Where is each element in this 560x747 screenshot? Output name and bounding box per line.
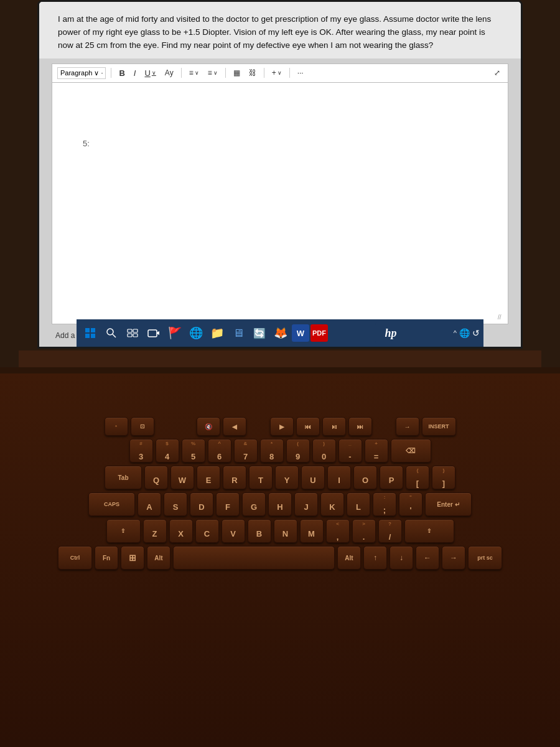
system-tray-up[interactable]: ^ — [454, 329, 457, 337]
key-j[interactable]: J — [294, 492, 318, 516]
key-quote[interactable]: "' — [399, 492, 422, 516]
italic-button[interactable]: I — [131, 67, 139, 79]
key-alt-left[interactable]: Alt — [147, 546, 170, 570]
key-m[interactable]: M — [300, 519, 324, 543]
paragraph-dropdown[interactable]: Paragraph ∨ · — [57, 67, 106, 79]
key-space[interactable] — [173, 546, 335, 570]
key-win[interactable]: ⊞ — [121, 546, 144, 570]
sync-taskbar-icon[interactable]: 🔄 — [250, 323, 269, 343]
key-s[interactable]: S — [164, 492, 187, 516]
firefox-taskbar-icon[interactable]: 🦊 — [271, 323, 291, 343]
key-5[interactable]: % 5 — [182, 439, 205, 463]
expand-button[interactable]: ⤢ — [492, 67, 503, 78]
key-c[interactable]: C — [195, 519, 219, 543]
key-3[interactable]: # 3 — [129, 439, 153, 463]
edge-browser-icon[interactable]: 🌐 — [186, 323, 206, 343]
key-tab[interactable]: Tab — [105, 466, 142, 489]
key-k[interactable]: K — [320, 492, 344, 516]
font-size-button[interactable]: Ay — [162, 67, 176, 78]
key-backspace[interactable]: ⌫ — [391, 439, 431, 463]
key-9[interactable]: ( 9 — [286, 439, 310, 463]
paragraph-label: Paragraph — [60, 69, 92, 77]
taskbar-refresh-icon[interactable]: ↺ — [472, 328, 480, 338]
key-lbracket[interactable]: {[ — [406, 466, 429, 489]
resize-handle[interactable]: // — [498, 314, 505, 321]
key-capslock[interactable]: CAPS — [88, 492, 135, 516]
more-button[interactable]: ··· — [295, 67, 306, 78]
align-center-button[interactable]: ≡∨ — [205, 67, 220, 78]
key-minus[interactable]: _ - — [338, 439, 362, 463]
key-i[interactable]: I — [327, 466, 351, 489]
key-vol-up[interactable]: ▶ — [270, 417, 294, 436]
key-insert[interactable]: INSERT — [422, 417, 456, 436]
network-icon[interactable]: 🌐 — [459, 328, 470, 338]
key-arrow-left[interactable]: ← — [416, 546, 439, 570]
key-semicolon[interactable]: :; — [373, 492, 396, 516]
task-view-button[interactable] — [123, 323, 142, 343]
pdf-taskbar-icon[interactable]: PDF — [310, 324, 328, 342]
start-button[interactable] — [80, 323, 100, 343]
key-g[interactable]: G — [242, 492, 266, 516]
key-a[interactable]: A — [138, 492, 161, 516]
key-arrow-right-bottom[interactable]: → — [442, 546, 465, 570]
key-screen[interactable]: ⊡ — [131, 417, 154, 436]
key-f[interactable]: F — [216, 492, 240, 516]
key-7[interactable]: & 7 — [234, 439, 258, 463]
key-n[interactable]: N — [274, 519, 297, 543]
key-alt-right[interactable]: Alt — [337, 546, 361, 570]
key-slash[interactable]: ?/ — [378, 519, 402, 543]
key-e[interactable]: E — [197, 466, 220, 489]
camera-taskbar-button[interactable] — [144, 323, 164, 343]
key-x[interactable]: X — [169, 519, 193, 543]
key-r[interactable]: R — [223, 466, 246, 489]
key-playpause[interactable]: ⏯ — [322, 417, 346, 436]
key-o[interactable]: O — [353, 466, 377, 489]
files-taskbar-icon[interactable]: 📁 — [207, 323, 227, 343]
key-equals[interactable]: + = — [365, 439, 388, 463]
key-rshift[interactable]: ⇧ — [404, 519, 454, 543]
key-ctrl-left[interactable]: Ctrl — [58, 546, 92, 570]
key-d[interactable]: D — [190, 492, 213, 516]
key-prev[interactable]: ⏮ — [296, 417, 320, 436]
key-4[interactable]: $ 4 — [156, 439, 179, 463]
search-taskbar-button[interactable] — [101, 323, 121, 343]
key-u[interactable]: U — [301, 466, 325, 489]
key-fn[interactable]: Fn — [95, 546, 118, 570]
bold-button[interactable]: B — [116, 67, 127, 79]
key-next[interactable]: ⏭ — [348, 417, 372, 436]
key-8[interactable]: * 8 — [260, 439, 284, 463]
key-h[interactable]: H — [268, 492, 292, 516]
underline-button[interactable]: U∨ — [142, 67, 158, 79]
key-period[interactable]: >. — [352, 519, 376, 543]
key-6[interactable]: ^ 6 — [208, 439, 231, 463]
word-taskbar-icon[interactable]: W — [292, 324, 309, 342]
key-asterisk[interactable]: * — [105, 417, 128, 436]
key-y[interactable]: Y — [275, 466, 299, 489]
key-vol-down[interactable]: 🔇 — [197, 417, 220, 436]
key-0[interactable]: ) 0 — [312, 439, 336, 463]
key-arrow-right[interactable]: → — [396, 417, 419, 436]
key-q[interactable]: Q — [144, 466, 168, 489]
flag-taskbar-icon[interactable]: 🚩 — [165, 323, 185, 343]
key-b[interactable]: B — [248, 519, 271, 543]
key-rbracket[interactable]: }] — [432, 466, 455, 489]
grid-button[interactable]: ▦ — [231, 67, 243, 78]
key-arrow-up[interactable]: ↑ — [363, 546, 387, 570]
key-z[interactable]: Z — [143, 519, 167, 543]
editor-body[interactable]: // — [52, 82, 508, 324]
key-vol-mute[interactable]: ◀ — [223, 417, 246, 436]
key-enter[interactable]: Enter ↵ — [425, 492, 472, 516]
align-left-button[interactable]: ≡∨ — [187, 67, 202, 78]
key-t[interactable]: T — [249, 466, 273, 489]
key-w[interactable]: W — [170, 466, 194, 489]
key-ctrl-right[interactable]: prt sc — [468, 546, 502, 570]
plus-button[interactable]: +∨ — [269, 67, 284, 78]
key-p[interactable]: P — [380, 466, 403, 489]
key-lshift[interactable]: ⇧ — [106, 519, 141, 543]
key-comma[interactable]: <, — [326, 519, 350, 543]
key-arrow-down[interactable]: ↓ — [390, 546, 413, 570]
key-v[interactable]: V — [222, 519, 245, 543]
screen-taskbar-icon[interactable]: 🖥 — [228, 323, 248, 343]
key-l[interactable]: L — [347, 492, 370, 516]
link-button[interactable]: ⛓ — [246, 67, 259, 78]
